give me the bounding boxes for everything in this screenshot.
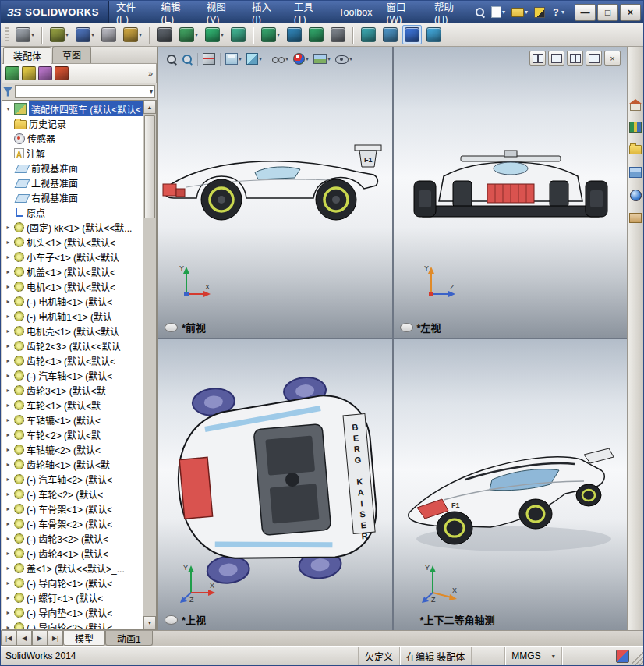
menu-item[interactable]: 帮助(H) [427, 1, 473, 23]
scroll-down-button[interactable]: ▼ [143, 616, 156, 629]
tree-item[interactable]: 上视基准面 [2, 175, 143, 190]
scrollbar-track[interactable] [143, 114, 156, 616]
select-tool-button[interactable] [402, 25, 422, 44]
model-isometric-view[interactable]: F1 [397, 408, 625, 568]
expand-arrow-icon[interactable]: ▸ [5, 550, 12, 557]
tree-item[interactable]: ▸电机壳<1> (默认<默认 [2, 324, 143, 338]
featuremanager-tab[interactable] [5, 66, 19, 80]
expand-arrow-icon[interactable]: ▸ [5, 283, 12, 290]
expand-arrow-icon[interactable]: ▸ [5, 461, 12, 468]
tree-item[interactable]: ▸(-) 车骨架<2> (默认< [2, 516, 143, 531]
unit-system-selector[interactable]: MMGS ▾ [504, 647, 561, 665]
tree-item[interactable]: ▸(-) 电机轴1<1> (默认 [2, 309, 143, 324]
tree-item[interactable]: ▸(-) 车轮<2> (默认< [2, 487, 143, 501]
tree-item[interactable]: ▸机盖<1> (默认<默认< [2, 264, 143, 279]
zoom-to-area-button[interactable] [180, 52, 194, 66]
expand-arrow-icon[interactable]: ▸ [5, 239, 12, 246]
insert-components-button[interactable]: ▾ [13, 25, 37, 44]
view-orientation-indicator-icon[interactable] [165, 615, 178, 625]
new-motion-study-button[interactable] [228, 25, 248, 44]
tree-item[interactable]: 传感器 [2, 131, 143, 146]
tree-item[interactable]: ▸(-) 电机轴<1> (默认< [2, 294, 143, 309]
appearances-scenes-button[interactable] [628, 187, 642, 203]
solidworks-resources-button[interactable] [628, 97, 642, 112]
design-library-button[interactable] [628, 119, 642, 135]
tree-item[interactable]: 前视基准面 [2, 161, 143, 175]
expand-arrow-icon[interactable]: ▸ [5, 253, 12, 260]
viewport-left[interactable]: Y Z *左视 [394, 47, 628, 338]
expand-arrow-icon[interactable]: ▸ [5, 402, 12, 409]
tab-assembly[interactable]: 装配体 [3, 47, 51, 64]
view-palette-button[interactable] [628, 165, 642, 180]
show-hidden-components-button[interactable] [155, 25, 175, 44]
tree-item[interactable]: ▸齿轮<1> (默认<默认< [2, 353, 143, 368]
menu-item[interactable]: 视图(V) [200, 1, 245, 23]
expand-arrow-icon[interactable]: ▸ [5, 520, 12, 527]
exploded-view-button[interactable] [285, 25, 304, 44]
move-component-button[interactable]: ▾ [121, 25, 144, 44]
model-left-view[interactable] [412, 140, 609, 232]
viewport-isometric[interactable]: F1 Y X [394, 339, 628, 630]
menu-item[interactable]: 工具(T) [287, 1, 332, 23]
overflow-button[interactable]: » [148, 69, 153, 78]
viewport-top[interactable]: BERG KAISER Y X Z [158, 339, 392, 630]
interference-detection-button[interactable] [328, 25, 348, 44]
expand-arrow-icon[interactable]: ▸ [5, 416, 12, 423]
expand-arrow-icon[interactable]: ▸ [5, 431, 12, 438]
expand-arrow-icon[interactable]: ▸ [5, 372, 12, 379]
clearance-verify-button[interactable] [359, 25, 378, 44]
tree-item[interactable]: ▸盖<1> (默认<<默认>_... [2, 561, 143, 576]
expand-arrow-icon[interactable]: ▸ [5, 535, 12, 542]
file-explorer-button[interactable] [628, 142, 642, 158]
sheet-nav-button[interactable]: |◀ [1, 631, 16, 646]
toolbox-addin-button[interactable] [533, 4, 547, 21]
tree-item[interactable]: ▸齿轮轴<1> (默认<默 [2, 457, 143, 472]
reference-geometry-button[interactable]: ▾ [203, 25, 226, 44]
view-settings-button[interactable]: ▾ [334, 52, 354, 66]
propertymanager-tab[interactable] [22, 66, 36, 80]
expand-arrow-icon[interactable]: ▸ [5, 268, 12, 275]
sheet-nav-button[interactable]: ▶| [48, 631, 63, 646]
apply-scene-button[interactable]: ▾ [312, 52, 332, 66]
scrollbar-thumb[interactable] [144, 115, 155, 218]
window-maximize-button[interactable]: □ [597, 4, 618, 21]
viewport-front[interactable]: F1 [158, 47, 392, 338]
two-view-vertical-button[interactable] [548, 51, 564, 66]
tree-item[interactable]: ▸电机<1> (默认<默认< [2, 279, 143, 294]
displaymanager-tab[interactable] [55, 66, 69, 80]
tree-item[interactable]: 原点 [2, 205, 143, 220]
assembly-visualization-button[interactable] [424, 25, 444, 44]
tree-item[interactable]: ▸车轱辘<1> (默认< [2, 413, 143, 427]
tree-item[interactable]: ▸小车子<1> (默认<默认 [2, 250, 143, 264]
tree-item[interactable]: ▸车轮<2> (默认<默 [2, 427, 143, 442]
menu-item[interactable]: 文件(F) [109, 1, 154, 23]
single-view-button[interactable] [586, 51, 602, 66]
two-view-horizontal-button[interactable] [529, 51, 546, 66]
resize-grip[interactable] [632, 647, 643, 665]
tree-item[interactable]: 历史记录 [2, 116, 143, 131]
tree-item[interactable]: ▸(-) 汽车轴<2> (默认< [2, 472, 143, 487]
expand-arrow-icon[interactable]: ▸ [5, 505, 12, 512]
mate-button[interactable]: ▾ [48, 25, 71, 44]
view-orientation-button[interactable]: ▾ [224, 51, 243, 66]
sheet-nav-button[interactable]: ▶ [32, 631, 48, 646]
tree-item[interactable]: ▸车轮<1> (默认<默 [2, 398, 143, 413]
expand-arrow-icon[interactable]: ▸ [5, 624, 12, 629]
expand-arrow-icon[interactable]: ▸ [5, 579, 12, 586]
window-minimize-button[interactable]: — [575, 4, 596, 21]
tree-scrollbar[interactable]: ▲ ▼ [143, 101, 156, 629]
linear-component-pattern-button[interactable]: ▾ [73, 25, 97, 44]
tree-item[interactable]: ▸(-) 汽车轴<1> (默认< [2, 368, 143, 383]
sheet-nav-button[interactable]: ◀ [16, 631, 32, 646]
expand-arrow-icon[interactable]: ▸ [5, 446, 12, 453]
configurationmanager-tab[interactable] [38, 66, 52, 80]
expand-arrow-icon[interactable]: ▸ [5, 328, 12, 335]
four-view-button[interactable] [567, 51, 583, 66]
scroll-up-button[interactable]: ▲ [143, 101, 156, 114]
display-style-button[interactable]: ▾ [245, 51, 264, 66]
filter-funnel-icon[interactable] [3, 87, 12, 97]
edit-appearance-button[interactable]: ▾ [292, 51, 310, 66]
expand-arrow-icon[interactable]: ▸ [5, 342, 12, 349]
tree-item[interactable]: ▸(-) 螺钉<1> (默认< [2, 590, 143, 605]
tree-item[interactable]: 注解 [2, 146, 143, 161]
